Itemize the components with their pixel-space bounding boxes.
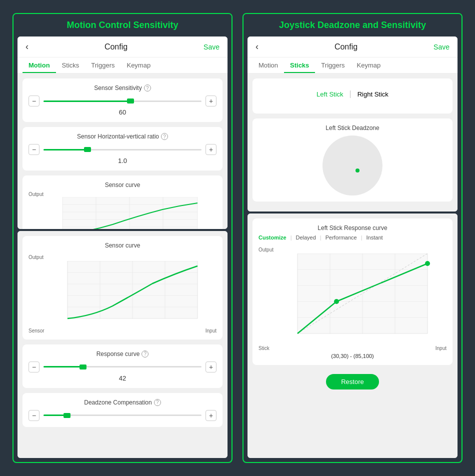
- input-label-right: Input: [436, 346, 446, 351]
- customize-tab[interactable]: Customize: [258, 234, 286, 240]
- svg-point-28: [425, 261, 430, 266]
- right-screen-content: Left Stick | Right Stick Left Stick Dead…: [248, 74, 458, 212]
- left-config-title: Config: [104, 42, 128, 52]
- sensor-curve-chart-preview: Output: [28, 192, 216, 229]
- deadzone-track[interactable]: [44, 414, 202, 416]
- sensor-sensitivity-label: Sensor Sensitivity ?: [28, 84, 216, 92]
- left-screen-content: Sensor Sensitivity ? − + 60: [18, 74, 228, 229]
- left-tab-triggers[interactable]: Triggers: [85, 58, 120, 73]
- right-phone-bottom: Left Stick Response curve Customize | De…: [248, 214, 458, 458]
- stick-selector: Left Stick | Right Stick: [258, 84, 446, 104]
- response-curve-value: 42: [28, 374, 216, 382]
- instant-tab[interactable]: Instant: [366, 234, 383, 240]
- sensor-curve-svg-preview: [28, 197, 216, 229]
- right-stick-btn[interactable]: Right Stick: [358, 90, 388, 98]
- sensor-curve-full-label: Sensor curve: [28, 242, 216, 249]
- left-back-btn[interactable]: ‹: [26, 42, 28, 52]
- right-tabs: Motion Sticks Triggers Keymap: [248, 58, 458, 74]
- deadzone-circle-label: Left Stick Deadzone: [258, 124, 446, 132]
- deadzone-minus[interactable]: −: [28, 410, 40, 421]
- main-container: Motion Control Sensitivity ‹ Config Save…: [12, 13, 462, 463]
- right-header: ‹ Config Save: [248, 36, 458, 58]
- sensor-ratio-track[interactable]: [44, 149, 202, 150]
- response-curve-minus[interactable]: −: [28, 362, 40, 372]
- svg-point-27: [334, 299, 339, 304]
- right-panel-title: Joystick Deadzone and Sensitivity: [244, 14, 462, 36]
- left-panel: Motion Control Sensitivity ‹ Config Save…: [12, 13, 232, 463]
- response-mode-tabs: Customize | Delayed | Performance | Inst…: [258, 234, 446, 240]
- sensor-sensitivity-value: 60: [28, 108, 216, 116]
- right-tab-sticks[interactable]: Sticks: [284, 58, 315, 73]
- right-panel: Joystick Deadzone and Sensitivity ‹ Conf…: [242, 13, 462, 463]
- output-label-preview: Output: [28, 192, 44, 197]
- response-curve-track[interactable]: [44, 366, 202, 368]
- sensor-ratio-thumb[interactable]: [84, 147, 91, 152]
- deadzone-thumb[interactable]: [64, 413, 70, 418]
- response-curve-fill: [44, 366, 83, 368]
- response-curve-thumb[interactable]: [80, 364, 86, 370]
- left-save-btn[interactable]: Save: [204, 43, 220, 51]
- left-bottom-content: Sensor curve Output: [18, 231, 228, 458]
- deadzone-plus[interactable]: +: [206, 410, 216, 421]
- right-tab-keymap[interactable]: Keymap: [351, 58, 387, 73]
- right-phone-top: ‹ Config Save Motion Sticks Triggers Key…: [248, 36, 458, 212]
- response-curve-right-card: Left Stick Response curve Customize | De…: [252, 218, 452, 365]
- sensor-sensitivity-help[interactable]: ?: [144, 84, 151, 92]
- right-config-title: Config: [334, 42, 358, 52]
- response-curve-label: Response curve ?: [28, 350, 216, 358]
- left-header: ‹ Config Save: [18, 36, 228, 58]
- sensor-ratio-label: Sensor Horizontal-vertical ratio ?: [28, 133, 216, 140]
- deadzone-dot: [356, 168, 360, 172]
- sensor-sensitivity-fill: [44, 100, 130, 102]
- left-stick-btn[interactable]: Left Stick: [316, 90, 343, 98]
- response-curve-annotation: (30,30) - (85,100): [258, 353, 446, 359]
- sensor-curve-full-card: Sensor curve Output: [22, 236, 222, 340]
- input-label: Input: [206, 328, 216, 334]
- sensor-sensitivity-track[interactable]: [44, 100, 202, 102]
- deadzone-card: Deadzone Compensation ? − +: [22, 393, 222, 427]
- response-curve-right-label: Left Stick Response curve: [258, 224, 446, 232]
- response-curve-plus[interactable]: +: [206, 362, 216, 372]
- sensor-curve-svg-full: [28, 261, 216, 326]
- sensor-label: Sensor: [28, 328, 44, 334]
- right-save-btn[interactable]: Save: [434, 43, 450, 51]
- sensor-sensitivity-plus[interactable]: +: [206, 96, 216, 106]
- left-tab-keymap[interactable]: Keymap: [120, 58, 156, 73]
- sensor-sensitivity-thumb[interactable]: [127, 98, 134, 104]
- performance-tab[interactable]: Performance: [326, 234, 357, 240]
- output-label: Output: [28, 254, 44, 260]
- sensor-curve-preview-label: Sensor curve: [28, 182, 216, 188]
- stick-divider: |: [350, 90, 352, 98]
- stick-label: Stick: [258, 346, 270, 351]
- response-curve-chart-container: Output: [258, 244, 446, 351]
- stick-selector-card: Left Stick | Right Stick: [252, 78, 452, 114]
- response-curve-slider-row: − +: [28, 362, 216, 372]
- left-tab-sticks[interactable]: Sticks: [56, 58, 86, 73]
- response-curve-card: Response curve ? − + 42: [22, 344, 222, 388]
- sensor-ratio-plus[interactable]: +: [206, 144, 216, 155]
- restore-button[interactable]: Restore: [326, 374, 379, 390]
- deadzone-slider-row: − +: [28, 410, 216, 421]
- response-output-label: Output: [258, 247, 274, 252]
- sensor-curve-full-chart: Output: [28, 252, 216, 334]
- left-panel-title: Motion Control Sensitivity: [14, 14, 232, 36]
- right-back-btn[interactable]: ‹: [256, 42, 258, 52]
- sensor-ratio-card: Sensor Horizontal-vertical ratio ? − + 1…: [22, 127, 222, 170]
- sensor-sensitivity-card: Sensor Sensitivity ? − + 60: [22, 78, 222, 122]
- sensor-ratio-minus[interactable]: −: [28, 144, 40, 155]
- svg-rect-0: [62, 197, 198, 229]
- left-phone-bottom: Sensor curve Output: [18, 231, 228, 458]
- sensor-ratio-help[interactable]: ?: [161, 133, 168, 140]
- right-bottom-content: Left Stick Response curve Customize | De…: [248, 214, 458, 458]
- left-tab-motion[interactable]: Motion: [22, 58, 56, 73]
- left-tabs: Motion Sticks Triggers Keymap: [18, 58, 228, 74]
- deadzone-label: Deadzone Compensation ?: [28, 399, 216, 406]
- left-phone-top: ‹ Config Save Motion Sticks Triggers Key…: [18, 36, 228, 229]
- response-curve-svg: [258, 254, 446, 344]
- response-curve-help[interactable]: ?: [142, 350, 148, 358]
- right-tab-triggers[interactable]: Triggers: [315, 58, 350, 73]
- right-tab-motion[interactable]: Motion: [252, 58, 284, 73]
- sensor-sensitivity-minus[interactable]: −: [28, 96, 40, 106]
- delayed-tab[interactable]: Delayed: [296, 234, 316, 240]
- deadzone-help[interactable]: ?: [154, 399, 161, 406]
